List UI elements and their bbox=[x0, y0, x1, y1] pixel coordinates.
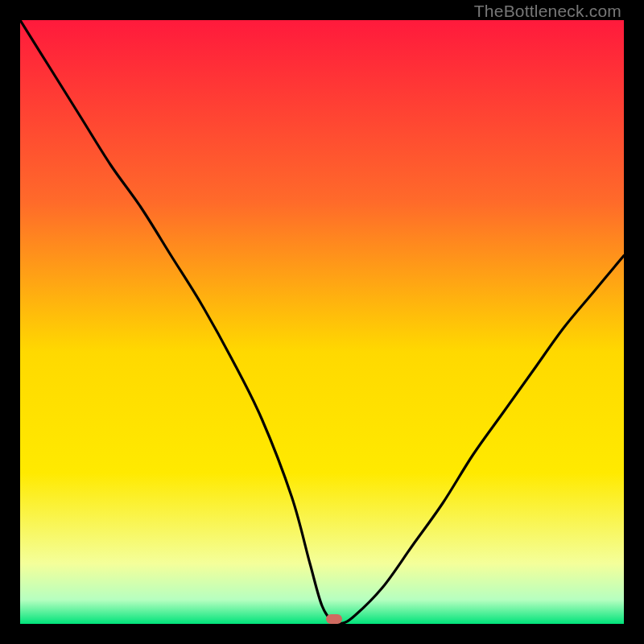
watermark-text: TheBottleneck.com bbox=[474, 2, 621, 21]
optimum-marker bbox=[326, 614, 342, 624]
chart-frame bbox=[20, 20, 624, 624]
bottleneck-curve-plot bbox=[20, 20, 624, 624]
gradient-background bbox=[20, 20, 624, 624]
